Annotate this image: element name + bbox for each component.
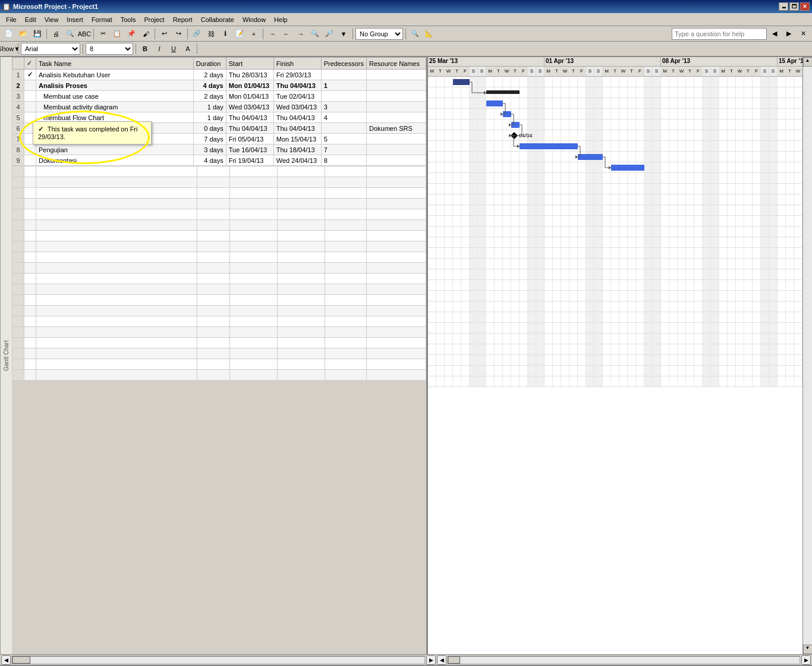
undo-button[interactable]: ↩ — [158, 27, 171, 40]
gantt-cell — [611, 87, 619, 98]
gantt-cell — [736, 184, 744, 194]
menu-collaborate[interactable]: Collaborate — [197, 15, 238, 24]
gantt-cell — [528, 130, 536, 140]
gantt-cell — [528, 87, 536, 98]
gantt-cell — [619, 291, 628, 301]
gantt-cell — [486, 312, 495, 322]
gantt-cell — [436, 162, 445, 172]
menu-help[interactable]: Help — [270, 15, 291, 24]
maximize-button[interactable]: 🗖 — [789, 2, 799, 11]
hscroll-right3[interactable]: ▶ — [801, 655, 811, 665]
gantt-cell — [528, 269, 536, 279]
gantt-cell — [495, 344, 503, 354]
gantt-cell — [586, 301, 594, 312]
menu-insert[interactable]: Insert — [63, 15, 87, 24]
gantt-cell — [470, 366, 478, 376]
menu-report[interactable]: Report — [169, 15, 196, 24]
cut-button[interactable]: ✂ — [96, 27, 109, 40]
unlink-button[interactable]: ⛓ — [204, 27, 218, 40]
fontsize-combo[interactable]: 8 — [86, 43, 133, 55]
scroll-track[interactable] — [803, 67, 812, 645]
search-input[interactable] — [672, 28, 767, 40]
gantt-cell — [503, 355, 511, 365]
zoom-out[interactable]: 🔎 — [323, 27, 336, 40]
menu-tools[interactable]: Tools — [117, 15, 140, 24]
hscroll-track-right[interactable] — [448, 656, 800, 664]
gantt-cell — [594, 205, 603, 215]
gantt-cell — [769, 376, 778, 387]
underline-button[interactable]: U — [167, 42, 180, 55]
vertical-scrollbar[interactable]: ▲ ▼ — [802, 57, 812, 654]
task-name-2[interactable]: Analisis Proses — [36, 80, 194, 91]
add-button[interactable]: + — [247, 27, 260, 40]
gantt-cell — [553, 259, 561, 269]
search-prev[interactable]: ◀ — [768, 27, 781, 40]
paste-button[interactable]: 📌 — [125, 27, 138, 40]
task-name-1[interactable]: Analisis Kebutuhan User — [36, 70, 194, 80]
menu-view[interactable]: View — [41, 15, 62, 24]
scroll-up[interactable]: ▲ — [803, 57, 813, 67]
show-btn[interactable]: Show▼ — [2, 42, 15, 55]
gantt-day-2-8: T — [728, 67, 736, 76]
help-close[interactable]: ✕ — [797, 27, 810, 40]
redo-button[interactable]: ↪ — [172, 27, 185, 40]
format-painter[interactable]: 🖌 — [139, 27, 152, 40]
menu-format[interactable]: Format — [88, 15, 116, 24]
close-button[interactable]: ✕ — [800, 2, 810, 11]
bold-button[interactable]: B — [139, 42, 152, 55]
gantt-cell — [619, 194, 628, 205]
spell-button[interactable]: ABC — [78, 27, 91, 40]
task-name-3[interactable]: Membuat use case — [36, 91, 194, 102]
goto-button[interactable]: → — [266, 27, 279, 40]
gantt-cell — [736, 120, 744, 130]
zoom-100[interactable]: 🔍 — [408, 27, 421, 40]
forward-button[interactable]: → — [294, 27, 307, 40]
gantt-cell — [619, 366, 628, 376]
group-combo[interactable]: No Group — [355, 28, 403, 40]
task-info[interactable]: ℹ — [219, 27, 232, 40]
back-button[interactable]: ← — [280, 27, 293, 40]
hscroll-right[interactable]: ▶ — [426, 655, 436, 665]
gantt-cell — [611, 152, 619, 162]
gantt-cell — [686, 205, 694, 215]
hscroll-right2[interactable]: ◀ — [437, 655, 446, 665]
zoom-fit[interactable]: 📐 — [423, 27, 436, 40]
print-button[interactable]: 🖨 — [49, 27, 62, 40]
gantt-cell — [578, 109, 586, 119]
italic-button[interactable]: I — [153, 42, 166, 55]
gantt-cell — [661, 205, 669, 215]
hscroll-thumb-right[interactable] — [448, 656, 460, 664]
zoom-in[interactable]: 🔍 — [309, 27, 322, 40]
filter-btn[interactable]: ▼ — [337, 27, 350, 40]
gantt-cell — [478, 248, 486, 258]
menu-window[interactable]: Window — [239, 15, 269, 24]
gantt-cell — [686, 312, 694, 322]
menu-edit[interactable]: Edit — [21, 15, 40, 24]
gantt-cell — [719, 98, 728, 108]
copy-button[interactable]: 📋 — [111, 27, 124, 40]
link-button[interactable]: 🔗 — [190, 27, 203, 40]
menu-file[interactable]: File — [2, 15, 20, 24]
task-name-9[interactable]: Dokumentasi — [36, 155, 194, 166]
gantt-cell — [711, 152, 719, 162]
gantt-cell — [520, 173, 528, 183]
hscroll-left[interactable]: ◀ — [1, 655, 11, 665]
gantt-cell — [694, 334, 703, 344]
gantt-day-2-0: M — [661, 67, 669, 76]
preview-button[interactable]: 🔍 — [64, 27, 77, 40]
new-button[interactable]: 📄 — [2, 27, 15, 40]
color-button[interactable]: A — [181, 42, 194, 55]
open-button[interactable]: 📂 — [17, 27, 30, 40]
save-button[interactable]: 💾 — [31, 27, 44, 40]
hscroll-track-left[interactable] — [12, 656, 425, 664]
task-name-8[interactable]: Pengujian — [36, 144, 194, 155]
font-combo[interactable]: Arial — [21, 43, 80, 55]
scroll-down[interactable]: ▼ — [803, 645, 813, 654]
notes-button[interactable]: 📝 — [233, 27, 246, 40]
minimize-button[interactable]: 🗕 — [779, 2, 788, 11]
search-next[interactable]: ▶ — [782, 27, 795, 40]
hscroll-thumb-left[interactable] — [12, 656, 30, 664]
gantt-cell — [611, 366, 619, 376]
task-name-4[interactable]: Membuat activity diagram — [36, 102, 194, 112]
menu-project[interactable]: Project — [140, 15, 168, 24]
